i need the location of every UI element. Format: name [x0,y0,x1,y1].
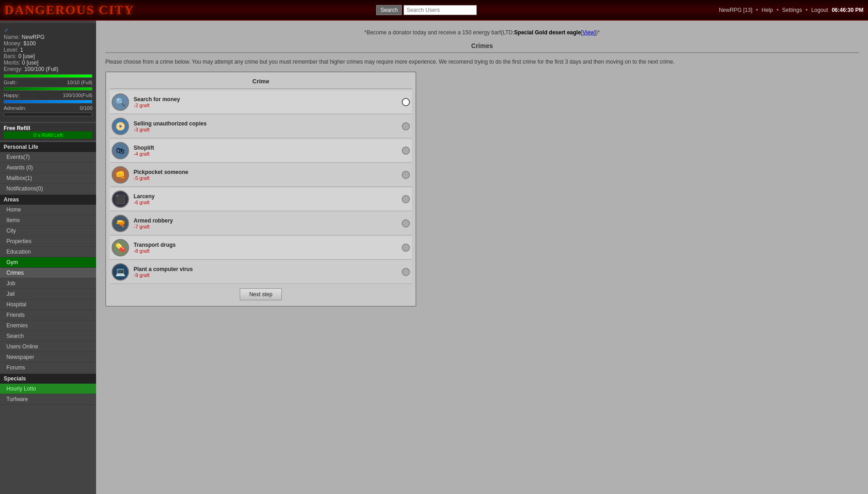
clock-display: 06:46:30 PM [832,7,863,13]
crime-graft: -3 graft [134,127,402,132]
crime-icon: 💊 [112,239,129,256]
crime-radio[interactable] [402,171,410,179]
search-button[interactable]: Search [376,5,402,15]
sidebar-item-properties[interactable]: Properties [0,236,96,247]
graft-bar-fill [4,87,92,90]
energy-bar-fill [4,75,92,77]
happy-bar-container [4,100,92,103]
donation-banner: *Become a donator today and receive a 15… [105,27,859,38]
sidebar-item-awards[interactable]: Awards (0) [0,163,96,173]
crime-row[interactable]: ⬛ Larceny -6 graft [110,188,412,211]
crime-graft: -6 graft [134,200,402,205]
help-link[interactable]: Help [761,7,773,13]
settings-link[interactable]: Settings [782,7,802,13]
crime-name: Search for money [134,96,402,103]
crime-graft: -2 graft [134,103,402,108]
graft-label: Graft:: [4,80,18,85]
crime-icon: 🛍 [112,142,129,159]
crime-row[interactable]: 📀 Selling unauthorized copies -3 graft [110,115,412,138]
sidebar-item-items[interactable]: Items [0,215,96,226]
name-value: NewRPG [22,34,44,40]
crime-row[interactable]: 👊 Pickpocket someone -5 graft [110,163,412,187]
crime-info: Transport drugs -8 graft [134,242,402,254]
free-refill-section: Free Refill 0 x Refill Left [0,123,96,141]
crime-radio[interactable] [402,147,410,155]
crime-radio[interactable] [402,219,410,228]
graft-row: Graft:: 10/10 (Full) [4,80,92,85]
sidebar-item-crimes[interactable]: Crimes [0,268,96,278]
donation-text: *Become a donator today and receive a 15… [364,29,514,36]
donation-view-link[interactable]: [View] [581,29,596,36]
crime-info: Search for money -2 graft [134,96,402,108]
header-separator: • [756,7,758,13]
sidebar-item-jail[interactable]: Jail [0,289,96,299]
sidebar-item-mailbox[interactable]: Mailbox(1) [0,173,96,184]
sidebar-item-turfware[interactable]: Turfware [0,394,96,405]
main-layout: ♂ Name: NewRPG Money: $100 Level: 1 Bars… [0,21,868,494]
crime-icon: 🔍 [112,93,129,111]
sidebar-item-search[interactable]: Search [0,331,96,342]
money-label: Money: [4,40,22,47]
sidebar-item-hospital[interactable]: Hospital [0,299,96,310]
energy-row: Energy: 100/100 (Full) [4,66,92,72]
crime-radio[interactable] [402,98,410,106]
crimes-table-container: Crime 🔍 Search for money -2 graft 📀 Sell… [105,71,416,307]
sidebar-item-home[interactable]: Home [0,205,96,215]
merits-label: Merits: [4,60,20,66]
crime-info: Selling unauthorized copies -3 graft [134,120,402,132]
header-separator3: • [806,7,808,13]
crime-info: Pickpocket someone -5 graft [134,169,402,181]
donation-item: Special Gold desert eagle [514,29,581,36]
sidebar-item-friends[interactable]: Friends [0,310,96,320]
sidebar-item-job[interactable]: Job [0,278,96,289]
sidebar-item-events[interactable]: Events(7) [0,152,96,163]
level-label: Level: [4,47,18,53]
free-refill-title: Free Refill [4,125,92,131]
crime-icon: ⬛ [112,190,129,208]
logout-link[interactable]: Logout [811,7,828,13]
crime-name: Shoplift [134,145,402,151]
crime-row[interactable]: 🔍 Search for money -2 graft [110,91,412,114]
sidebar-item-notifications[interactable]: Notifications(0) [0,184,96,194]
crime-info: Armed robbery -7 graft [134,217,402,229]
site-logo[interactable]: DANGEROUS CITY [5,3,135,17]
adrenalin-row: Adrenalin: 0/100 [4,105,92,111]
sidebar-item-education[interactable]: Education [0,247,96,257]
user-panel: ♂ Name: NewRPG Money: $100 Level: 1 Bars… [0,23,96,122]
sidebar-item-enemies[interactable]: Enemies [0,320,96,331]
crime-row[interactable]: 🛍 Shoplift -4 graft [110,139,412,163]
sidebar-item-forums[interactable]: Forums [0,363,96,373]
sidebar-item-city[interactable]: City [0,226,96,236]
crime-row[interactable]: 🔫 Armed robbery -7 graft [110,212,412,235]
crimes-title: Crimes [105,42,859,53]
merits-value: 0 [use] [22,60,38,66]
crimes-list: 🔍 Search for money -2 graft 📀 Selling un… [110,91,412,284]
crime-row[interactable]: 💊 Transport drugs -8 graft [110,236,412,260]
sidebar-item-gym[interactable]: Gym [0,257,96,268]
donation-end: )* [596,29,600,36]
bars-row: Bars: 0 [use] [4,53,92,60]
search-input[interactable] [404,5,477,15]
name-label: Name: [4,34,20,40]
sidebar: ♂ Name: NewRPG Money: $100 Level: 1 Bars… [0,21,96,494]
happy-label: Happy: [4,92,20,98]
crime-radio[interactable] [402,122,410,130]
adrenalin-value: 0/100 [80,105,92,111]
crime-graft: -9 graft [134,272,402,278]
logo-text: DANGEROUS CITY [5,3,135,17]
free-refill-value: 0 x Refill Left [4,131,92,139]
crime-info: Shoplift -4 graft [134,145,402,157]
crime-radio[interactable] [402,244,410,252]
money-row: Money: $100 [4,40,92,47]
crime-radio[interactable] [402,268,410,276]
gender-icon: ♂ [4,27,92,34]
sidebar-item-users-online[interactable]: Users Online [0,342,96,352]
next-step-button[interactable]: Next step [240,288,282,300]
sidebar-item-hourly-lotto[interactable]: Hourly Lotto [0,384,96,394]
crime-radio[interactable] [402,195,410,203]
merits-row: Merits: 0 [use] [4,60,92,66]
happy-value: 100/100(Full) [63,92,92,98]
crime-name: Pickpocket someone [134,169,402,175]
sidebar-item-newspaper[interactable]: Newspaper [0,352,96,363]
crime-row[interactable]: 💻 Plant a computer virus -9 graft [110,261,412,284]
